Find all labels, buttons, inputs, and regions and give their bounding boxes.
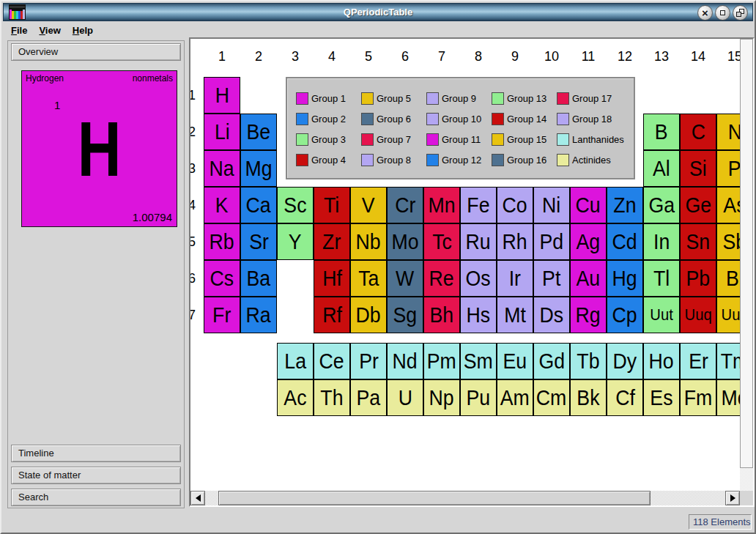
element-cell-Y[interactable]: Y <box>277 223 314 260</box>
element-cell-Pd[interactable]: Pd <box>533 223 570 260</box>
element-cell-U[interactable]: U <box>387 379 423 416</box>
element-cell-Th[interactable]: Th <box>314 379 350 416</box>
vertical-scrollbar[interactable] <box>740 39 753 491</box>
element-cell-Sc[interactable]: Sc <box>277 187 314 223</box>
element-cell-Ge[interactable]: Ge <box>680 187 716 223</box>
sidebar-section-overview[interactable]: Overview <box>11 43 181 61</box>
element-cell-Fe[interactable]: Fe <box>460 187 497 223</box>
element-cell-Cr[interactable]: Cr <box>387 187 423 223</box>
element-cell-Pa[interactable]: Pa <box>350 379 387 416</box>
element-cell-Er[interactable]: Er <box>680 343 716 379</box>
element-cell-Db[interactable]: Db <box>350 297 387 333</box>
element-cell-Ra[interactable]: Ra <box>240 297 277 333</box>
element-cell-Re[interactable]: Re <box>423 260 460 297</box>
element-cell-H[interactable]: H <box>204 77 240 114</box>
menu-help[interactable]: Help <box>69 23 101 37</box>
element-cell-Sn[interactable]: Sn <box>680 223 716 260</box>
element-cell-Es[interactable]: Es <box>643 379 680 416</box>
element-cell-Np[interactable]: Np <box>423 379 460 416</box>
element-cell-Ru[interactable]: Ru <box>460 223 497 260</box>
element-cell-Li[interactable]: Li <box>204 114 240 150</box>
close-button[interactable]: × <box>697 5 713 21</box>
element-cell-Cs[interactable]: Cs <box>204 260 240 297</box>
element-cell-Ni[interactable]: Ni <box>533 187 570 223</box>
element-cell-Cm[interactable]: Cm <box>533 379 570 416</box>
element-cell-Cf[interactable]: Cf <box>607 379 643 416</box>
element-cell-Sr[interactable]: Sr <box>240 223 277 260</box>
element-cell-Cp[interactable]: Cp <box>607 297 643 333</box>
element-cell-Ga[interactable]: Ga <box>643 187 680 223</box>
element-cell-Nb[interactable]: Nb <box>350 223 387 260</box>
sidebar-section-state-of-matter[interactable]: State of matter <box>11 467 181 484</box>
menu-view[interactable]: View <box>35 23 68 37</box>
element-cell-Sm[interactable]: Sm <box>460 343 497 379</box>
maximize-button[interactable] <box>733 5 748 21</box>
element-cell-Co[interactable]: Co <box>497 187 533 223</box>
element-cell-Ta[interactable]: Ta <box>350 260 387 297</box>
element-cell-K[interactable]: K <box>204 187 240 223</box>
element-cell-Ir[interactable]: Ir <box>497 260 533 297</box>
element-cell-Pb[interactable]: Pb <box>680 260 716 297</box>
element-cell-Ho[interactable]: Ho <box>643 343 680 379</box>
horizontal-scrollbar[interactable] <box>190 491 740 505</box>
element-cell-Tb[interactable]: Tb <box>570 343 607 379</box>
element-cell-Sb[interactable]: Sb <box>716 223 740 260</box>
element-cell-Be[interactable]: Be <box>240 114 277 150</box>
element-cell-Gd[interactable]: Gd <box>533 343 570 379</box>
element-cell-Hg[interactable]: Hg <box>607 260 643 297</box>
element-cell-La[interactable]: La <box>277 343 314 379</box>
element-cell-W[interactable]: W <box>387 260 423 297</box>
element-cell-Hf[interactable]: Hf <box>314 260 350 297</box>
element-cell-Ca[interactable]: Ca <box>240 187 277 223</box>
sidebar-section-search[interactable]: Search <box>11 489 181 506</box>
element-cell-Pm[interactable]: Pm <box>423 343 460 379</box>
element-cell-Nd[interactable]: Nd <box>387 343 423 379</box>
element-cell-Cu[interactable]: Cu <box>570 187 607 223</box>
element-cell-In[interactable]: In <box>643 223 680 260</box>
element-cell-Hs[interactable]: Hs <box>460 297 497 333</box>
element-cell-Pu[interactable]: Pu <box>460 379 497 416</box>
element-cell-Rh[interactable]: Rh <box>497 223 533 260</box>
horizontal-scrollbar-thumb[interactable] <box>218 491 651 505</box>
menu-file[interactable]: File <box>7 23 35 37</box>
element-cell-Uut[interactable]: Uut <box>643 297 680 333</box>
element-cell-Uuq[interactable]: Uuq <box>680 297 716 333</box>
element-cell-Eu[interactable]: Eu <box>497 343 533 379</box>
element-cell-Na[interactable]: Na <box>204 150 240 187</box>
element-cell-Os[interactable]: Os <box>460 260 497 297</box>
element-cell-Pr[interactable]: Pr <box>350 343 387 379</box>
element-cell-Bh[interactable]: Bh <box>423 297 460 333</box>
element-cell-Uup[interactable]: Uup <box>716 297 740 333</box>
element-cell-Tm[interactable]: Tm <box>716 343 740 379</box>
element-cell-Mo[interactable]: Mo <box>387 223 423 260</box>
element-cell-Pt[interactable]: Pt <box>533 260 570 297</box>
element-cell-Ba[interactable]: Ba <box>240 260 277 297</box>
element-cell-Dy[interactable]: Dy <box>607 343 643 379</box>
element-cell-Ac[interactable]: Ac <box>277 379 314 416</box>
minimize-button[interactable] <box>715 5 730 21</box>
element-cell-Bk[interactable]: Bk <box>570 379 607 416</box>
titlebar[interactable]: QPeriodicTable × <box>3 3 753 21</box>
element-cell-As[interactable]: As <box>716 187 740 223</box>
element-cell-Ag[interactable]: Ag <box>570 223 607 260</box>
element-cell-Cd[interactable]: Cd <box>607 223 643 260</box>
scroll-left-button[interactable] <box>190 491 205 505</box>
element-cell-Mg[interactable]: Mg <box>240 150 277 187</box>
element-cell-Ds[interactable]: Ds <box>533 297 570 333</box>
element-cell-Ti[interactable]: Ti <box>314 187 350 223</box>
element-cell-Rg[interactable]: Rg <box>570 297 607 333</box>
element-cell-Tc[interactable]: Tc <box>423 223 460 260</box>
element-cell-C[interactable]: C <box>680 114 716 150</box>
vertical-scrollbar-thumb[interactable] <box>740 39 753 468</box>
element-cell-Sg[interactable]: Sg <box>387 297 423 333</box>
element-cell-Bi[interactable]: Bi <box>716 260 740 297</box>
element-cell-P[interactable]: P <box>716 150 740 187</box>
element-cell-Fm[interactable]: Fm <box>680 379 716 416</box>
element-cell-Mn[interactable]: Mn <box>423 187 460 223</box>
element-cell-Ce[interactable]: Ce <box>314 343 350 379</box>
sidebar-section-timeline[interactable]: Timeline <box>11 445 181 462</box>
element-cell-Am[interactable]: Am <box>497 379 533 416</box>
element-cell-N[interactable]: N <box>716 114 740 150</box>
element-cell-Rf[interactable]: Rf <box>314 297 350 333</box>
element-cell-Mt[interactable]: Mt <box>497 297 533 333</box>
